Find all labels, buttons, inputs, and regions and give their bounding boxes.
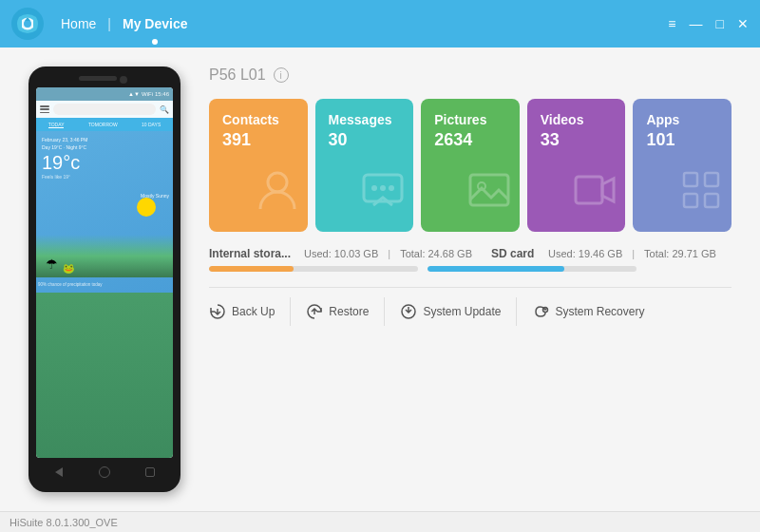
phone-top-row: 🔍	[36, 101, 173, 118]
phone-condition: Mostly Sunny	[141, 193, 169, 199]
phone-temperature: 19°c	[42, 152, 167, 174]
sdcard-progress-bar-wrapper	[428, 266, 636, 272]
close-button[interactable]: ✕	[737, 17, 749, 30]
tile-messages-count: 30	[329, 130, 401, 150]
version-label: HiSuite 8.0.1.300_OVE	[10, 517, 118, 528]
phone-mockup: ▲▼ WiFi 15:46 🔍 TODAY TOMORROW	[28, 66, 180, 492]
action-system_update-button[interactable]: System Update	[385, 297, 517, 326]
svg-point-4	[371, 185, 377, 191]
phone-signal: ▲▼	[128, 91, 140, 97]
tile-videos-icon	[572, 167, 618, 224]
phone-hamburger-icon	[40, 105, 49, 113]
action-restore-button[interactable]: Restore	[291, 297, 385, 326]
action-system_update-label: System Update	[423, 305, 501, 318]
tile-apps[interactable]: Apps 101	[633, 99, 732, 232]
maximize-button[interactable]: □	[716, 17, 724, 30]
titlebar: Home | My Device ≡ — □ ✕	[0, 0, 760, 48]
tile-messages[interactable]: Messages 30	[315, 99, 414, 232]
titlebar-nav: Home | My Device	[53, 12, 195, 35]
action-backup-label: Back Up	[232, 305, 275, 318]
svg-rect-7	[470, 175, 508, 205]
phone-time: 15:46	[155, 91, 169, 97]
internal-storage-row: Internal stora... Used: 10.03 GB | Total…	[209, 247, 732, 260]
svg-rect-12	[684, 194, 697, 207]
phone-top-bar	[36, 76, 173, 84]
sdcard-used-label: Used: 19.46 GB	[548, 248, 622, 259]
action-system_recovery-label: System Recovery	[555, 305, 644, 318]
tile-pictures[interactable]: Pictures 2634	[421, 99, 520, 232]
phone-wifi: WiFi	[142, 91, 153, 97]
tile-apps-title: Apps	[646, 112, 718, 128]
phone-search-bar	[53, 104, 156, 115]
storage-progress-bars	[209, 266, 732, 272]
action-restore-icon	[306, 303, 323, 320]
nav-separator: |	[104, 16, 115, 31]
tile-messages-title: Messages	[329, 112, 401, 128]
internal-progress-bar-wrapper	[209, 266, 418, 272]
tile-contacts-icon	[255, 167, 300, 224]
phone-bottom-nav	[36, 462, 173, 483]
action-restore-label: Restore	[329, 305, 369, 318]
tile-videos[interactable]: Videos 33	[527, 99, 626, 232]
phone-recent-icon	[145, 467, 155, 477]
phone-precipitation: 90% chance of precipitation today	[38, 273, 171, 290]
tile-messages-icon	[360, 167, 406, 224]
phone-tab-10days: 10 DAYS	[142, 122, 161, 127]
phone-tabs: TODAY TOMORROW 10 DAYS	[36, 118, 173, 131]
device-header: P56 L01 i	[209, 66, 732, 84]
phone-tab-tomorrow: TOMORROW	[88, 122, 118, 127]
phone-recent-button	[142, 465, 158, 480]
svg-rect-9	[576, 177, 602, 203]
main-content: ▲▼ WiFi 15:46 🔍 TODAY TOMORROW	[0, 48, 760, 511]
phone-tab-today: TODAY	[48, 122, 65, 128]
internal-total-label: Total: 24.68 GB	[400, 248, 472, 259]
phone-home-icon	[99, 466, 110, 478]
internal-separator: |	[388, 248, 390, 259]
tile-pictures-count: 2634	[434, 130, 506, 150]
sdcard-separator: |	[632, 248, 635, 259]
action-system_recovery-button[interactable]: System Recovery	[517, 297, 659, 326]
menu-button[interactable]: ≡	[668, 17, 675, 30]
action-backup-icon	[209, 303, 226, 320]
statusbar: HiSuite 8.0.1.300_OVE	[0, 511, 760, 532]
phone-beach-scene: ☂ 🐸	[36, 235, 173, 277]
phone-camera	[120, 76, 127, 84]
tile-apps-icon	[678, 167, 724, 224]
tile-pictures-icon	[466, 167, 512, 224]
phone-screen-inner: ▲▼ WiFi 15:46 🔍 TODAY TOMORROW	[36, 87, 173, 458]
window-controls: ≡ — □ ✕	[668, 17, 749, 30]
svg-rect-10	[684, 173, 697, 186]
phone-back-button	[51, 465, 66, 480]
svg-point-2	[268, 173, 287, 192]
phone-feels-like: Feels like 19°	[42, 174, 167, 180]
actions-bar: Back Up Restore System Update System Rec…	[209, 287, 732, 326]
phone-weather-date: February 23, 3:46 PM	[42, 137, 167, 142]
nav-mydevice-button[interactable]: My Device	[115, 12, 195, 35]
tile-videos-count: 33	[541, 130, 613, 150]
tile-contacts[interactable]: Contacts 391	[209, 99, 308, 232]
tiles-grid: Contacts 391 Messages 30 Pictures 2634 V…	[209, 99, 732, 232]
action-backup-button[interactable]: Back Up	[209, 297, 291, 326]
storage-section: Internal stora... Used: 10.03 GB | Total…	[209, 247, 732, 272]
phone-status-bar: ▲▼ WiFi 15:46	[36, 87, 173, 101]
tile-apps-count: 101	[646, 130, 718, 150]
svg-rect-13	[705, 194, 718, 207]
sdcard-label: SD card	[491, 247, 539, 260]
phone-screen: ▲▼ WiFi 15:46 🔍 TODAY TOMORROW	[36, 87, 173, 458]
phone-weather-panel: February 23, 3:46 PM Day 19°C · Night 9°…	[36, 131, 173, 293]
right-panel: P56 L01 i Contacts 391 Messages 30 Pictu…	[209, 66, 732, 492]
svg-point-1	[24, 20, 31, 28]
action-system_recovery-icon	[532, 303, 549, 320]
nav-home-button[interactable]: Home	[53, 12, 104, 35]
device-info-button[interactable]: i	[274, 67, 289, 83]
phone-home-button	[97, 465, 112, 480]
phone-back-icon	[55, 467, 63, 477]
internal-progress-fill	[209, 266, 294, 272]
phone-weather-day-range: Day 19°C · Night 9°C	[42, 144, 167, 150]
svg-rect-11	[705, 173, 718, 186]
action-system_update-icon	[400, 303, 417, 320]
phone-search-icon: 🔍	[160, 105, 169, 114]
minimize-button[interactable]: —	[690, 17, 703, 30]
svg-point-5	[380, 185, 386, 191]
sdcard-total-label: Total: 29.71 GB	[644, 248, 716, 259]
